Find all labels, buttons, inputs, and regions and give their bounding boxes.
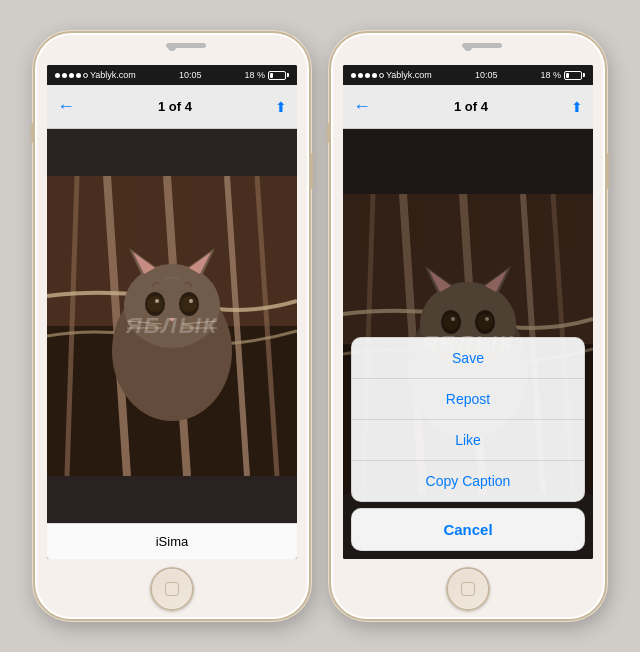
power-button-right[interactable] <box>605 153 609 189</box>
phone-left: Yablyk.com 10:05 18 % ← 1 of 4 ⬆ <box>33 31 311 621</box>
battery-icon-right <box>564 71 585 80</box>
screen-right: Yablyk.com 10:05 18 % ← 1 of 4 ⬆ <box>343 65 593 559</box>
volume-button[interactable] <box>31 123 35 143</box>
carrier-text: Yablyk.com <box>90 70 136 80</box>
share-button-left[interactable]: ⬆ <box>275 99 287 115</box>
volume-button-right[interactable] <box>327 123 331 143</box>
nav-bar-left: ← 1 of 4 ⬆ <box>47 85 297 129</box>
nav-title-left: 1 of 4 <box>158 99 192 114</box>
nav-bar-right: ← 1 of 4 ⬆ <box>343 85 593 129</box>
action-sheet: Save Repost Like Copy Caption Cancel <box>343 337 593 559</box>
time-display-right: 10:05 <box>475 70 498 80</box>
carrier-text-right: Yablyk.com <box>386 70 432 80</box>
action-repost[interactable]: Repost <box>352 379 584 420</box>
dot1 <box>55 73 60 78</box>
share-button-right[interactable]: ⬆ <box>571 99 583 115</box>
home-button-right[interactable] <box>446 567 490 611</box>
battery-percent-left: 18 % <box>244 70 265 80</box>
caption-area-left: iSima <box>47 523 297 559</box>
phone-top-right <box>331 33 605 65</box>
image-area-right: ЯБЛЫК Save Repost Like Copy Caption Canc… <box>343 129 593 559</box>
signal-dots <box>55 73 88 78</box>
dot3 <box>69 73 74 78</box>
rdot1 <box>351 73 356 78</box>
home-inner-left <box>165 582 179 596</box>
nav-title-right: 1 of 4 <box>454 99 488 114</box>
image-area-left: ЯБЛЫК <box>47 129 297 523</box>
power-button[interactable] <box>309 153 313 189</box>
rdot3 <box>365 73 370 78</box>
screen-left: Yablyk.com 10:05 18 % ← 1 of 4 ⬆ <box>47 65 297 559</box>
back-button-left[interactable]: ← <box>57 96 75 117</box>
battery-percent-right: 18 % <box>540 70 561 80</box>
signal-dots-right <box>351 73 384 78</box>
battery-icon-left <box>268 71 289 80</box>
phone-top <box>35 33 309 65</box>
rdot4 <box>372 73 377 78</box>
dot2 <box>62 73 67 78</box>
home-inner-right <box>461 582 475 596</box>
dot5 <box>83 73 88 78</box>
phone-bottom-left <box>35 559 309 619</box>
battery-tip-right <box>583 73 585 77</box>
rdot5 <box>379 73 384 78</box>
caption-text-left: iSima <box>156 534 189 549</box>
action-cancel[interactable]: Cancel <box>351 508 585 551</box>
dot4 <box>76 73 81 78</box>
battery-fill <box>270 73 273 78</box>
time-display-left: 10:05 <box>179 70 202 80</box>
speaker <box>166 43 206 48</box>
rdot2 <box>358 73 363 78</box>
action-group: Save Repost Like Copy Caption <box>351 337 585 502</box>
battery-body-right <box>564 71 582 80</box>
svg-rect-25 <box>47 176 297 476</box>
status-bar-left: Yablyk.com 10:05 18 % <box>47 65 297 85</box>
status-bar-right: Yablyk.com 10:05 18 % <box>343 65 593 85</box>
cat-photo-left <box>47 176 297 476</box>
phone-right: Yablyk.com 10:05 18 % ← 1 of 4 ⬆ <box>329 31 607 621</box>
battery-fill-right <box>566 73 569 78</box>
speaker-right <box>462 43 502 48</box>
phone-bottom-right <box>331 559 605 619</box>
action-copy-caption[interactable]: Copy Caption <box>352 461 584 501</box>
home-button-left[interactable] <box>150 567 194 611</box>
action-like[interactable]: Like <box>352 420 584 461</box>
battery-tip <box>287 73 289 77</box>
action-save[interactable]: Save <box>352 338 584 379</box>
battery-body <box>268 71 286 80</box>
back-button-right[interactable]: ← <box>353 96 371 117</box>
